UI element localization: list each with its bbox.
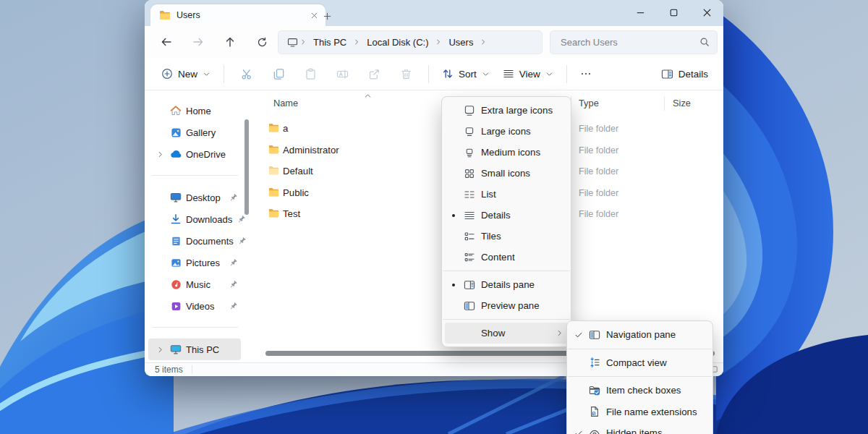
sidebar-item-downloads[interactable]: Downloads [148, 208, 241, 230]
large-icons-icon [463, 126, 475, 137]
sidebar-item-this-pc[interactable]: This PC [148, 339, 241, 360]
delete-button[interactable] [390, 61, 422, 86]
cut-button[interactable] [231, 61, 263, 86]
column-header-type[interactable]: Type [579, 98, 599, 109]
menu-item-content[interactable]: Content [445, 247, 568, 268]
menu-item-show[interactable]: Show [445, 323, 568, 344]
sidebar-item-pictures[interactable]: Pictures [148, 252, 241, 273]
minimize-button[interactable] [624, 0, 657, 25]
sidebar-item-videos[interactable]: Videos [148, 295, 241, 317]
chevron-right-icon[interactable] [299, 38, 307, 46]
column-header-size[interactable]: Size [673, 98, 691, 109]
menu-item-extra-large-icons[interactable]: Extra large icons [445, 100, 568, 121]
search-box[interactable] [550, 30, 718, 54]
new-label: New [178, 69, 197, 80]
sidebar-scrollbar[interactable] [244, 119, 249, 215]
chevron-down-icon [203, 70, 210, 78]
navigation-pane: Home Gallery OneDrive Desktop [145, 90, 264, 362]
content-view-icon [463, 252, 475, 263]
sort-icon [442, 68, 454, 80]
breadcrumb-users[interactable]: Users [442, 37, 480, 48]
copy-button[interactable] [263, 61, 294, 86]
share-button[interactable] [358, 61, 390, 86]
up-icon [224, 36, 236, 48]
menu-item-medium-icons[interactable]: Medium icons [445, 142, 568, 163]
preview-pane-icon [463, 300, 475, 312]
submenu-item-compact-view[interactable]: Compact view [570, 352, 710, 374]
folder-icon [268, 122, 280, 136]
details-toggle-button[interactable]: Details [655, 64, 715, 85]
breadcrumb[interactable]: This PC Local Disk (C:) Users [278, 30, 542, 54]
pictures-icon [169, 258, 182, 268]
delete-icon [400, 68, 412, 80]
column-header-name[interactable]: Name [273, 98, 298, 109]
details-view-icon [463, 210, 475, 221]
refresh-button[interactable] [246, 29, 278, 55]
file-name-extensions-icon [588, 406, 600, 417]
submenu-item-hidden-items[interactable]: Hidden items [570, 422, 710, 434]
more-icon [580, 68, 592, 80]
breadcrumb-local-disk[interactable]: Local Disk (C:) [360, 37, 435, 48]
menu-separator [568, 376, 712, 377]
view-menu: Extra large icons Large icons Medium ico… [441, 96, 571, 347]
expand-chevron-icon[interactable] [154, 150, 166, 158]
more-button[interactable] [574, 61, 598, 86]
submenu-item-item-check-boxes[interactable]: Item check boxes [570, 380, 710, 401]
sidebar-item-gallery[interactable]: Gallery [148, 122, 241, 143]
sort-button[interactable]: Sort [435, 64, 496, 84]
chevron-right-icon[interactable] [353, 38, 360, 46]
sidebar-item-home[interactable]: Home [148, 100, 241, 122]
view-button[interactable]: View [496, 64, 560, 84]
checkmark-icon [573, 429, 584, 434]
pin-icon [228, 193, 238, 203]
explorer-tab[interactable]: Users [150, 4, 326, 26]
submenu-item-navigation-pane[interactable]: Navigation pane [570, 324, 710, 346]
tiles-view-icon [463, 231, 475, 242]
menu-item-preview-pane[interactable]: Preview pane [445, 295, 568, 316]
sidebar-item-documents[interactable]: Documents [148, 230, 241, 252]
details-pane-icon [661, 68, 673, 80]
close-button[interactable] [690, 0, 723, 25]
selected-bullet [448, 214, 459, 217]
title-bar[interactable]: Users [145, 0, 723, 26]
menu-item-small-icons[interactable]: Small icons [445, 163, 568, 184]
chevron-right-icon[interactable] [435, 38, 442, 46]
sidebar-item-desktop[interactable]: Desktop [148, 187, 241, 208]
submenu-item-file-name-extensions[interactable]: File name extensions [570, 401, 710, 423]
column-divider[interactable] [664, 96, 665, 111]
rename-icon [336, 68, 349, 80]
folder-icon [268, 144, 280, 158]
new-tab-button[interactable] [321, 10, 333, 22]
rename-button[interactable] [326, 61, 358, 86]
onedrive-icon [169, 150, 182, 158]
back-button[interactable] [150, 29, 182, 55]
chevron-right-icon[interactable] [480, 38, 487, 46]
menu-item-tiles[interactable]: Tiles [445, 226, 568, 247]
sidebar-item-onedrive[interactable]: OneDrive [148, 143, 241, 165]
videos-icon [169, 301, 182, 312]
documents-icon [169, 236, 182, 247]
forward-button[interactable] [182, 29, 214, 55]
new-button[interactable]: New [155, 64, 217, 84]
copy-icon [273, 68, 285, 80]
menu-item-details-pane[interactable]: Details pane [445, 274, 568, 295]
details-pane-icon [463, 279, 475, 291]
sidebar-item-music[interactable]: Music [148, 273, 241, 295]
maximize-icon [668, 7, 679, 18]
up-button[interactable] [214, 29, 246, 55]
toolbar-divider [224, 65, 224, 83]
menu-item-details[interactable]: Details [445, 205, 568, 226]
screen: Users This PC Local Disk (C:) [0, 0, 868, 434]
item-count: 5 items [155, 365, 183, 375]
search-input[interactable] [559, 36, 699, 48]
expand-chevron-icon[interactable] [154, 346, 166, 354]
breadcrumb-this-pc[interactable]: This PC [307, 37, 353, 48]
folder-icon [268, 208, 280, 221]
paste-button[interactable] [294, 61, 326, 86]
maximize-button[interactable] [657, 0, 690, 25]
menu-item-list[interactable]: List [445, 184, 568, 205]
desktop-icon [169, 192, 182, 203]
tab-close-button[interactable] [309, 10, 320, 21]
menu-item-large-icons[interactable]: Large icons [445, 121, 568, 142]
sort-ascending-icon[interactable] [363, 90, 373, 103]
